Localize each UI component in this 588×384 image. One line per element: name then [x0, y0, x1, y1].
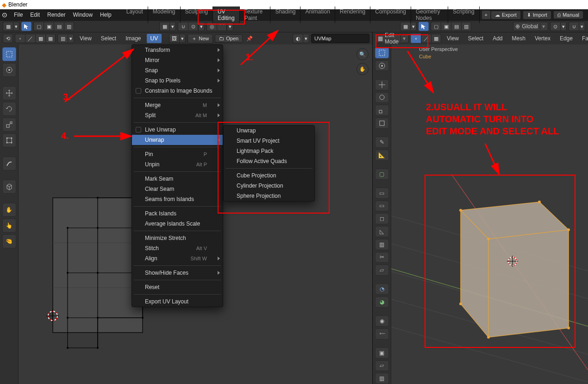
- view3d-cursor-tool[interactable]: [419, 22, 429, 31]
- v3d-shear[interactable]: ▱: [375, 360, 389, 371]
- pivot-icon[interactable]: ⊙: [550, 22, 560, 31]
- uv-menu-minimize-stretch[interactable]: Minimize Stretch: [132, 233, 223, 243]
- workspace-tab-uv-editing[interactable]: UV Editing: [213, 6, 240, 23]
- v3d-spin-dup[interactable]: ◕: [375, 296, 389, 308]
- snap3d-toggle[interactable]: ∪: [569, 22, 579, 31]
- rotate-tool[interactable]: [2, 102, 16, 116]
- v3d-annotate[interactable]: ✎: [375, 137, 389, 148]
- cursor-tool-icon[interactable]: [21, 22, 31, 31]
- uv-menu-snap[interactable]: Snap: [132, 65, 223, 76]
- workspace-tab-rendering[interactable]: Rendering: [335, 6, 370, 23]
- pin-icon[interactable]: 📌: [244, 34, 255, 43]
- uv-uv-menu[interactable]: UV: [147, 34, 162, 43]
- uv-select-menu[interactable]: Select: [97, 34, 120, 43]
- uv-menu-mark-seam[interactable]: Mark Seam: [132, 174, 223, 184]
- image-link-dropdown[interactable]: 🖼: [169, 34, 179, 43]
- cursor-tool[interactable]: [2, 63, 16, 77]
- v3d-move[interactable]: [375, 79, 389, 90]
- uv-edge-select[interactable]: ／: [25, 34, 35, 43]
- view3d-edge-menu[interactable]: Edge: [556, 34, 576, 43]
- uv-menu-mirror[interactable]: Mirror: [132, 55, 223, 65]
- snap-menu2[interactable]: ▾: [198, 22, 205, 31]
- uv-menu-pack-islands[interactable]: Pack Islands: [132, 208, 223, 219]
- v3d-smooth[interactable]: ◉: [375, 315, 389, 327]
- v3d-measure[interactable]: 📐: [375, 150, 389, 161]
- v3d-extrude-region[interactable]: ▭: [375, 188, 389, 199]
- unwrap-lightmap-pack[interactable]: Lightmap Pack: [224, 146, 314, 156]
- unwrap-cylinder-projection[interactable]: Cylinder Projection: [224, 181, 314, 191]
- mode-dropdown[interactable]: ▦ Edit Mode ▾: [375, 34, 409, 43]
- uv-menu-align[interactable]: AlignShift W: [132, 253, 223, 264]
- uv-image-menu[interactable]: Image: [122, 34, 144, 43]
- drag-option-3[interactable]: ▤: [451, 22, 461, 31]
- v3d-knife[interactable]: ✂: [375, 252, 389, 263]
- magnet-icon[interactable]: ∪: [178, 22, 188, 31]
- uv-menu-merge[interactable]: MergeM: [132, 100, 223, 110]
- v3d-spin[interactable]: ◔: [375, 283, 389, 295]
- snap-menu[interactable]: ▾: [169, 22, 176, 31]
- unwrap-unwrap[interactable]: Unwrap: [224, 126, 314, 136]
- menu-help[interactable]: Help: [96, 10, 115, 20]
- uv-sticky-dropdown[interactable]: ▥: [57, 34, 68, 43]
- editor-type-dropdown[interactable]: ▦: [3, 22, 13, 31]
- uv-menu-unpin[interactable]: UnpinAlt P: [132, 159, 223, 170]
- snap3d-menu[interactable]: ▾: [579, 22, 585, 31]
- select-mode-extend[interactable]: ▣: [44, 22, 54, 31]
- select-mode-invert[interactable]: ▥: [64, 22, 74, 31]
- face-select-mode[interactable]: ▩: [431, 34, 441, 43]
- select-mode-box[interactable]: ▢: [33, 22, 44, 31]
- unwrap-follow-active-quads[interactable]: Follow Active Quads: [224, 156, 314, 166]
- uv-menu-reset[interactable]: Reset: [132, 282, 223, 292]
- scale-tool[interactable]: [2, 118, 16, 132]
- uv-menu-average-islands-scale[interactable]: Average Islands Scale: [132, 219, 223, 229]
- zoom-icon[interactable]: 🔍: [357, 48, 369, 60]
- view3d-add-menu[interactable]: Add: [489, 34, 506, 43]
- drag-option-2[interactable]: ▣: [441, 22, 451, 31]
- view3d-face-menu[interactable]: Face: [578, 34, 588, 43]
- snap-vertex-icon[interactable]: ⊙: [188, 22, 198, 31]
- v3d-rotate[interactable]: [375, 92, 389, 103]
- workspace-tab-modeling[interactable]: Modeling: [148, 6, 181, 23]
- view3d-view-menu[interactable]: View: [443, 34, 463, 43]
- workspace-tab-compositing[interactable]: Compositing: [370, 6, 411, 23]
- uv-menu-stitch[interactable]: StitchAlt V: [132, 243, 223, 253]
- render-slot-dropdown[interactable]: ◐: [293, 34, 303, 43]
- v3d-bevel[interactable]: ◺: [375, 226, 389, 237]
- uv-menu-clear-seam[interactable]: Clear Seam: [132, 184, 223, 194]
- v3d-polybuild[interactable]: ▱: [375, 264, 389, 276]
- v3d-select-box[interactable]: [375, 47, 389, 58]
- uv-menu-split[interactable]: SplitAlt M: [132, 110, 223, 120]
- editor-type-arrow[interactable]: ▾: [13, 22, 19, 31]
- uv-menu-constrain-to-image-bounds[interactable]: Constrain to Image Bounds: [132, 86, 223, 96]
- new-image-button[interactable]: ＋New: [188, 34, 213, 44]
- v3d-slide[interactable]: ⬳: [375, 328, 389, 340]
- falloff-icon[interactable]: ⌒: [217, 22, 227, 31]
- menu-file[interactable]: File: [10, 10, 26, 20]
- view3d-vertex-menu[interactable]: Vertex: [531, 34, 554, 43]
- proportional-icon[interactable]: ◎: [206, 22, 217, 31]
- view3d-canvas[interactable]: User Perspective Cube: [391, 44, 588, 384]
- uv-view-menu[interactable]: View: [76, 34, 95, 43]
- orientation-dropdown[interactable]: ⊕ Global ▾: [513, 22, 548, 31]
- manual-button[interactable]: ⎙Manual: [553, 11, 583, 19]
- uv-menu-show-hide-faces[interactable]: Show/Hide Faces: [132, 268, 223, 278]
- uv-menu-unwrap[interactable]: Unwrap: [132, 135, 223, 145]
- unwrap-cube-projection[interactable]: Cube Projection: [224, 170, 314, 181]
- view3d-select-menu[interactable]: Select: [464, 34, 487, 43]
- uv-menu-seams-from-islands[interactable]: Seams from Islands: [132, 194, 223, 204]
- uv-menu-export-uv-layout[interactable]: Export UV Layout: [132, 296, 223, 307]
- view3d-editor-dropdown[interactable]: ▦: [400, 22, 410, 31]
- drag-option-4[interactable]: ▥: [461, 22, 471, 31]
- uv-sticky-arrow[interactable]: ▾: [68, 34, 74, 43]
- uvmap-field[interactable]: UVMap: [311, 34, 369, 43]
- relax-tool[interactable]: 👆: [2, 219, 16, 233]
- v3d-loopcut[interactable]: ▥: [375, 239, 389, 250]
- open-image-button[interactable]: 🗀Open: [215, 34, 243, 43]
- workspace-tab-texture-paint[interactable]: Texture Paint: [240, 6, 271, 23]
- view3d-editor-arrow[interactable]: ▾: [410, 22, 417, 31]
- annotate-tool[interactable]: [2, 157, 16, 170]
- unwrap-smart-uv-project[interactable]: Smart UV Project: [224, 136, 314, 146]
- import-button[interactable]: ⬇Import: [523, 11, 551, 19]
- uv-vertex-select[interactable]: ▫: [15, 34, 25, 43]
- export-button[interactable]: ☁Export: [491, 11, 521, 19]
